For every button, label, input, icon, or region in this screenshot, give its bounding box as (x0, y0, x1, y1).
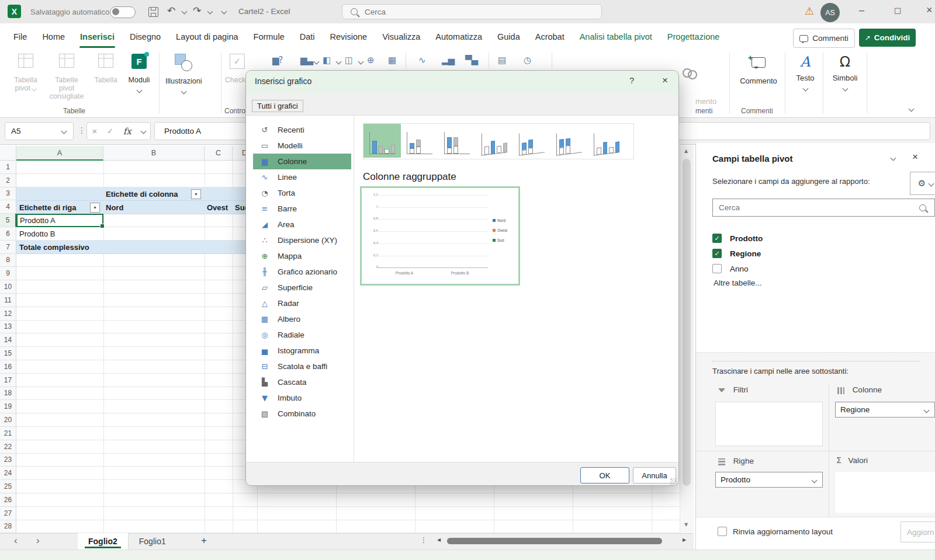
row-header-10[interactable]: 10 (0, 280, 16, 294)
row-header-18[interactable]: 18 (0, 387, 16, 401)
cancel-button[interactable]: Annulla (633, 467, 676, 484)
search-input[interactable] (363, 7, 541, 17)
col-labels-filter-button[interactable]: ▼ (191, 189, 201, 199)
vertical-scroll-thumb[interactable] (683, 159, 691, 486)
row-header-17[interactable]: 17 (0, 374, 16, 387)
columns-field-regione[interactable]: Regione (835, 402, 935, 418)
scroll-down-icon[interactable]: ▼ (684, 522, 688, 527)
field-row-prodotto[interactable]: ✓Prodotto (712, 231, 935, 246)
row-header-14[interactable]: 14 (0, 333, 16, 347)
rows-field-prodotto[interactable]: Prodotto (715, 472, 823, 488)
column-header-a[interactable]: A (16, 146, 103, 161)
chart-preview[interactable]: 1,210,80,60,40,20Prodotto AProdotto BNor… (360, 186, 520, 286)
chart-category-dispersione[interactable]: ∴Dispersione (XY) (253, 232, 351, 248)
undo-icon[interactable]: ↶ (167, 5, 175, 16)
row-header-4[interactable]: 4 (0, 200, 16, 214)
prev-sheet-icon[interactable]: ‹ (14, 535, 18, 547)
chart-category-torta[interactable]: ◔Torta (253, 185, 351, 201)
row-header-3[interactable]: 3 (0, 187, 16, 201)
column-header-b[interactable]: B (103, 146, 205, 161)
values-drop-area[interactable] (835, 472, 935, 513)
row-header-15[interactable]: 15 (0, 347, 16, 360)
recommended-charts-icon[interactable]: ▆? (272, 55, 283, 65)
save-icon[interactable] (148, 7, 158, 17)
redo-icon[interactable]: ↷ (193, 5, 201, 16)
confirm-entry-icon[interactable]: ✓ (107, 127, 113, 135)
row-header-19[interactable]: 19 (0, 400, 16, 413)
subtype-colonne-3d-in-pila-100[interactable] (550, 124, 588, 158)
combo-chart-icon[interactable]: ◫ (345, 55, 352, 65)
row-header-6[interactable]: 6 (0, 227, 16, 241)
ribbon-tab-file[interactable]: File (6, 23, 34, 50)
minimize-button[interactable]: – (859, 5, 864, 16)
hscroll-right-icon[interactable]: ▶ (683, 537, 686, 542)
add-sheet-button[interactable]: + (201, 535, 207, 547)
forms-button[interactable]: F Moduli (124, 54, 154, 94)
fill-handle[interactable] (100, 224, 105, 228)
hierarchy-chart-icon[interactable]: ◧ (323, 55, 330, 65)
ribbon-tab-formule[interactable]: Formule (246, 23, 292, 50)
name-box[interactable]: A5 (5, 122, 74, 140)
column-header-c[interactable]: C (205, 146, 233, 161)
autosave-toggle[interactable] (110, 6, 136, 18)
ribbon-tab-guida[interactable]: Guida (490, 23, 528, 50)
subtype-colonne-in-pila-100[interactable] (438, 124, 476, 158)
field-checkbox-prodotto[interactable]: ✓ (712, 234, 722, 243)
chart-category-area[interactable]: ◢Area (253, 217, 351, 232)
field-checkbox-regione[interactable]: ✓ (712, 249, 722, 258)
more-tables-link[interactable]: Altre tabelle... (714, 279, 762, 287)
chart-category-albero[interactable]: ▦Albero (253, 311, 351, 327)
pane-close-icon[interactable]: × (912, 151, 918, 163)
pane-collapse-icon[interactable] (891, 155, 896, 161)
close-button[interactable]: × (926, 4, 933, 16)
filters-drop-area[interactable] (715, 402, 823, 446)
sheet-tab-foglio1[interactable]: Foglio1 (128, 533, 176, 549)
column-chart-icon[interactable]: ▆▃ (300, 55, 313, 65)
cell-prodotto-b[interactable]: Prodotto B (19, 227, 55, 241)
row-header-7[interactable]: 7 (0, 241, 16, 254)
row-header-28[interactable]: 28 (0, 520, 16, 534)
pane-gear-button[interactable]: ⚙ (910, 172, 935, 195)
chart-category-radiale[interactable]: ◎Radiale (253, 327, 351, 343)
share-button[interactable]: ↗ Condividi (859, 29, 916, 47)
chart-category-recenti[interactable]: ↺Recenti (253, 122, 351, 138)
chart-category-superficie[interactable]: ▱Superficie (253, 280, 351, 295)
illustrations-button[interactable]: Illustrazioni (165, 54, 202, 95)
ribbon-tab-analisi-tabella-pivot[interactable]: Analisi tabella pivot (572, 23, 660, 50)
row-header-12[interactable]: 12 (0, 307, 16, 321)
update-button[interactable]: Aggiorn (901, 521, 935, 542)
hscroll-left-icon[interactable]: ◀ (437, 537, 441, 542)
select-all-corner[interactable] (0, 146, 16, 161)
formula-bar-menu-icon[interactable]: ⋮ (78, 126, 86, 135)
ribbon-tab-progettazione[interactable]: Progettazione (660, 23, 727, 50)
symbols-button[interactable]: Ω Simboli (829, 54, 861, 92)
pane-search-box[interactable] (712, 199, 935, 217)
cancel-entry-icon[interactable]: × (92, 126, 97, 136)
row-header-27[interactable]: 27 (0, 507, 16, 520)
maps-icon[interactable]: ⊕ (367, 55, 374, 65)
scrollbar-splitter-icon[interactable]: ⋮ (420, 536, 427, 544)
chart-category-imbuto[interactable]: ▼Imbuto (253, 390, 351, 406)
ribbon-tab-layout-di-pagina[interactable]: Layout di pagina (168, 23, 245, 50)
search-bar[interactable] (342, 4, 602, 19)
row-header-22[interactable]: 22 (0, 440, 16, 454)
row-header-24[interactable]: 24 (0, 467, 16, 480)
ribbon-tab-acrobat[interactable]: Acrobat (528, 23, 572, 50)
chart-category-combinato[interactable]: ▧Combinato (253, 406, 351, 422)
link-icon[interactable] (683, 68, 699, 77)
chart-category-modelli[interactable]: ▭Modelli (253, 138, 351, 154)
subtype-colonne-3d[interactable] (588, 124, 625, 158)
avatar[interactable]: AS (820, 3, 840, 22)
ribbon-tab-automatizza[interactable]: Automatizza (428, 23, 490, 50)
chart-category-mappa[interactable]: ⊕Mappa (253, 248, 351, 264)
pane-search-input[interactable] (718, 203, 913, 213)
recommended-pivot-button[interactable]: Tabelle pivot consigliate (47, 54, 86, 100)
text-button[interactable]: A Testo (790, 54, 820, 92)
pivot-chart-icon[interactable]: ▦ (388, 55, 396, 65)
row-header-11[interactable]: 11 (0, 294, 16, 307)
warning-icon[interactable]: ⚠ (805, 5, 814, 17)
chart-category-radar[interactable]: △Radar (253, 295, 351, 311)
field-row-regione[interactable]: ✓Regione (712, 246, 935, 261)
new-comment-button[interactable]: + Commento (737, 54, 780, 85)
scroll-up-icon[interactable]: ▲ (684, 148, 688, 154)
